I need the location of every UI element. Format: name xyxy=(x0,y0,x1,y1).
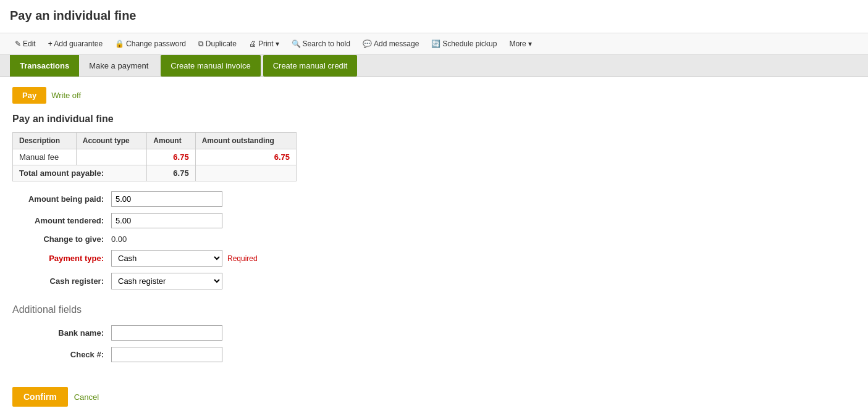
bank-name-row: Bank name: xyxy=(12,325,856,341)
write-off-button[interactable]: Write off xyxy=(51,91,81,100)
amount-being-paid-input[interactable] xyxy=(111,191,222,207)
cell-account-type xyxy=(76,149,147,165)
print-dropdown-icon: ▾ xyxy=(276,39,279,48)
pay-button[interactable]: Pay xyxy=(12,87,46,104)
change-to-give-value: 0.00 xyxy=(111,235,127,244)
cell-amount: 6.75 xyxy=(147,149,195,165)
change-to-give-label: Change to give: xyxy=(12,235,111,244)
duplicate-icon: ⧉ xyxy=(198,39,204,48)
bank-name-input[interactable] xyxy=(111,325,222,341)
cash-register-select[interactable]: Cash register xyxy=(111,273,222,289)
check-row: Check #: xyxy=(12,347,856,362)
form-section: Amount being paid: Amount tendered: Chan… xyxy=(12,191,856,289)
schedule-icon: 🔄 xyxy=(431,39,440,48)
required-text: Required xyxy=(227,254,258,263)
additional-fields-section: Additional fields Bank name: Check #: xyxy=(12,304,856,362)
toolbar: ✎ Edit + Add guarantee 🔒 Change password… xyxy=(0,33,868,55)
edit-button[interactable]: ✎ Edit xyxy=(10,37,41,51)
print-icon: 🖨 xyxy=(249,39,256,48)
page-wrapper: Pay an individual fine ✎ Edit + Add guar… xyxy=(0,0,868,411)
lock-icon: 🔒 xyxy=(115,39,124,48)
search-icon: 🔍 xyxy=(292,39,301,48)
duplicate-button[interactable]: ⧉ Duplicate xyxy=(193,37,242,51)
schedule-pickup-button[interactable]: 🔄 Schedule pickup xyxy=(426,37,502,51)
col-amount: Amount xyxy=(147,133,195,149)
amount-being-paid-label: Amount being paid: xyxy=(12,194,111,204)
message-icon: 💬 xyxy=(363,39,372,48)
confirm-button[interactable]: Confirm xyxy=(12,387,68,407)
page-title: Pay an individual fine xyxy=(10,9,858,23)
add-guarantee-button[interactable]: + Add guarantee xyxy=(43,37,107,51)
col-description: Description xyxy=(13,133,77,149)
total-row: Total amount payable: 6.75 xyxy=(13,165,297,181)
table-row: Manual fee 6.75 6.75 xyxy=(13,149,297,165)
change-password-button[interactable]: 🔒 Change password xyxy=(110,37,191,51)
cancel-button[interactable]: Cancel xyxy=(74,392,99,402)
additional-fields-title: Additional fields xyxy=(12,304,856,315)
amount-tendered-label: Amount tendered: xyxy=(12,216,111,225)
amount-being-paid-row: Amount being paid: xyxy=(12,191,856,207)
amount-tendered-row: Amount tendered: xyxy=(12,213,856,228)
top-bar: Pay an individual fine xyxy=(0,0,868,33)
col-amount-outstanding: Amount outstanding xyxy=(195,133,296,149)
edit-icon: ✎ xyxy=(15,39,21,48)
col-account-type: Account type xyxy=(76,133,147,149)
payment-type-select[interactable]: Cash Check Credit card Debit card xyxy=(111,250,222,267)
more-button[interactable]: More ▾ xyxy=(504,37,536,51)
total-value: 6.75 xyxy=(147,165,195,181)
fine-table: Description Account type Amount Amount o… xyxy=(12,132,297,181)
print-button[interactable]: 🖨 Print ▾ xyxy=(244,37,284,51)
tab-create-manual-credit[interactable]: Create manual credit xyxy=(263,55,358,77)
bank-name-label: Bank name: xyxy=(12,328,111,338)
tab-transactions[interactable]: Transactions xyxy=(10,55,79,77)
cell-description: Manual fee xyxy=(13,149,77,165)
tab-make-payment[interactable]: Make a payment xyxy=(79,55,158,77)
cash-register-row: Cash register: Cash register xyxy=(12,273,856,289)
total-label: Total amount payable: xyxy=(13,165,147,181)
cash-register-label: Cash register: xyxy=(12,276,111,286)
search-to-hold-button[interactable]: 🔍 Search to hold xyxy=(287,37,355,51)
more-dropdown-icon: ▾ xyxy=(528,39,532,48)
tabs-bar: Transactions Make a payment Create manua… xyxy=(0,55,868,77)
check-input[interactable] xyxy=(111,347,222,362)
change-to-give-row: Change to give: 0.00 xyxy=(12,235,856,244)
form-section-title: Pay an individual fine xyxy=(12,114,856,125)
payment-type-row: Payment type: Cash Check Credit card Deb… xyxy=(12,250,856,267)
add-message-button[interactable]: 💬 Add message xyxy=(358,37,424,51)
content-area: Pay Write off Pay an individual fine Des… xyxy=(0,77,868,411)
check-label: Check #: xyxy=(12,350,111,359)
tab-create-manual-invoice[interactable]: Create manual invoice xyxy=(161,55,260,77)
action-bar: Pay Write off xyxy=(12,87,856,104)
amount-tendered-input[interactable] xyxy=(111,213,222,228)
cell-amount-outstanding: 6.75 xyxy=(195,149,296,165)
payment-type-label: Payment type: xyxy=(12,254,111,263)
bottom-bar: Confirm Cancel xyxy=(12,381,856,411)
